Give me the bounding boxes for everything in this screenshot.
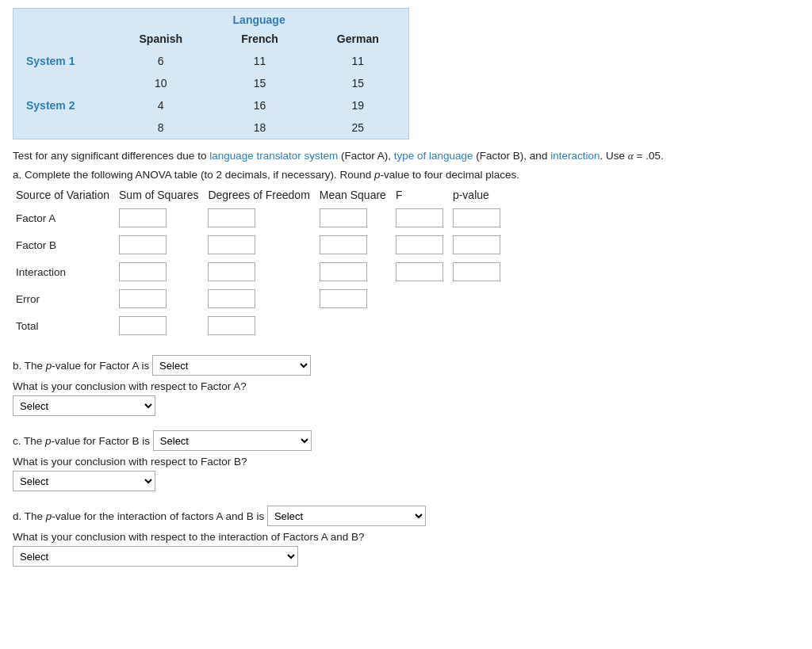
error-ss-input[interactable] [119,289,167,308]
cell-s2-spanish-1: 4 [109,94,212,116]
question-c-block: c. The p-value for Factor B is Select Wh… [13,430,799,491]
anova-col-source: Source of Variation [13,185,116,204]
interaction-f-input[interactable] [396,262,443,281]
table-row: System 1 6 11 11 [13,50,408,72]
cell-s2-german-1: 19 [308,94,408,116]
anova-col-f: F [393,185,450,204]
factor-b-f-input[interactable] [396,235,443,254]
col-header-spanish: Spanish [109,28,212,50]
section-label-a: a. Complete the following ANOVA table (t… [13,169,799,181]
question-b-line: b. The p-value for Factor A is Select [13,355,799,376]
language-header: Language [109,9,408,28]
cell-s2-german-2: 25 [308,116,408,139]
cell-s1-french-1: 11 [212,50,307,72]
question-d-line: d. The p-value for the interaction of fa… [13,506,799,526]
intro-line1: Test for any significant differences due… [13,150,799,162]
cell-s2-french-2: 18 [212,116,307,139]
anova-col-ss: Sum of Squares [116,185,205,204]
question-d-block: d. The p-value for the interaction of fa… [13,506,799,567]
factor-b-p-input[interactable] [453,235,500,254]
intro-highlight-interaction: interaction [550,150,599,162]
system2-label: System 2 [13,94,109,116]
anova-label-interaction: Interaction [13,258,116,285]
alpha-symbol: α [628,150,634,162]
anova-row-total: Total [13,312,507,339]
anova-col-ms: Mean Square [316,185,393,204]
total-df-input[interactable] [208,316,255,335]
conclusion-c-label: What is your conclusion with respect to … [13,456,247,468]
table-row: 8 18 25 [13,116,408,139]
table-row: System 2 4 16 19 [13,94,408,116]
conclusion-d-label: What is your conclusion with respect to … [13,531,364,543]
interaction-conclusion-select[interactable]: Select [13,546,298,567]
data-table: Language Spanish French German System 1 … [13,9,408,139]
error-df-input[interactable] [208,289,255,308]
interaction-pvalue-select[interactable]: Select [267,506,426,526]
intro-highlight-system: language translator system [209,150,338,162]
data-table-container: Language Spanish French German System 1 … [13,8,409,139]
factor-a-f-input[interactable] [396,208,443,227]
question-c-line: c. The p-value for Factor B is Select [13,430,799,451]
anova-label-error: Error [13,285,116,312]
cell-s1-spanish-2: 10 [109,72,212,94]
factor-a-df-input[interactable] [208,208,255,227]
cell-s1-french-2: 15 [212,72,307,94]
anova-label-total: Total [13,312,116,339]
cell-s1-spanish-1: 6 [109,50,212,72]
question-b-conclusion: What is your conclusion with respect to … [13,380,799,416]
system1-label: System 1 [13,50,109,72]
p-italic-c: p [45,435,52,447]
factor-a-p-input[interactable] [453,208,500,227]
anova-col-df: Degrees of Freedom [205,185,316,204]
factor-b-pvalue-select[interactable]: Select [153,430,312,451]
question-c-conclusion: What is your conclusion with respect to … [13,456,799,491]
cell-s2-french-1: 16 [212,94,307,116]
question-d-conclusion: What is your conclusion with respect to … [13,531,799,567]
anova-row-factor-a: Factor A [13,204,507,231]
col-header-german: German [308,28,408,50]
factor-b-df-input[interactable] [208,235,255,254]
error-ms-input[interactable] [320,289,367,308]
anova-col-pval: p-value [450,185,507,204]
anova-label-factor-b: Factor B [13,231,116,258]
anova-row-interaction: Interaction [13,258,507,285]
factor-b-ss-input[interactable] [119,235,167,254]
system2-label-empty [13,116,109,139]
anova-label-factor-a: Factor A [13,204,116,231]
cell-s1-german-1: 11 [308,50,408,72]
question-b-block: b. The p-value for Factor A is Select Wh… [13,355,799,416]
anova-table: Source of Variation Sum of Squares Degre… [13,185,507,339]
conclusion-b-label: What is your conclusion with respect to … [13,380,247,392]
p-italic-b: p [46,360,52,372]
col-header-french: French [212,28,307,50]
factor-b-conclusion-select[interactable]: Select [13,471,155,491]
total-ss-input[interactable] [119,316,167,335]
interaction-p-input[interactable] [453,262,500,281]
factor-a-ms-input[interactable] [320,208,367,227]
factor-a-pvalue-select[interactable]: Select [152,355,311,376]
anova-row-error: Error [13,285,507,312]
factor-b-ms-input[interactable] [320,235,367,254]
p-italic-d: p [46,510,52,522]
interaction-df-input[interactable] [208,262,255,281]
cell-s1-german-2: 15 [308,72,408,94]
anova-row-factor-b: Factor B [13,231,507,258]
cell-s2-spanish-2: 8 [109,116,212,139]
interaction-ss-input[interactable] [119,262,167,281]
table-row: 10 15 15 [13,72,408,94]
factor-a-ss-input[interactable] [119,208,167,227]
factor-a-conclusion-select[interactable]: Select [13,395,155,416]
intro-highlight-language: type of language [394,150,473,162]
interaction-ms-input[interactable] [320,262,367,281]
system1-label-empty [13,72,109,94]
